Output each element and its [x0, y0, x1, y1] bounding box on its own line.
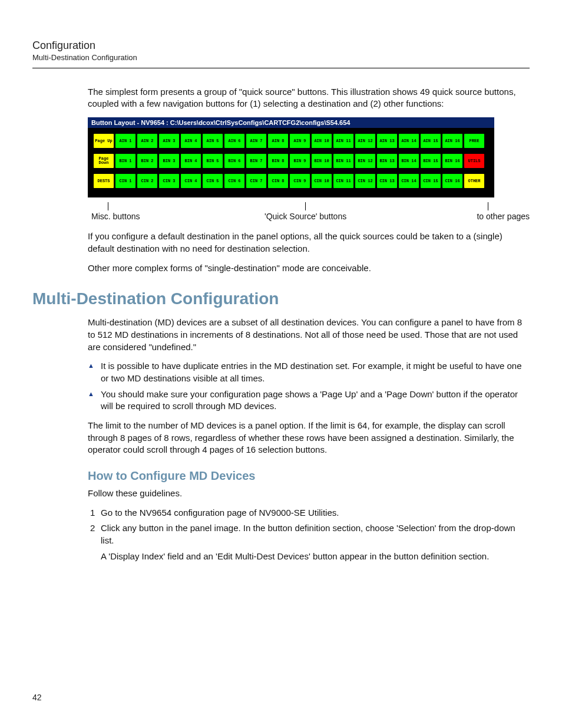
- panel-button[interactable]: AIN 10: [312, 134, 332, 148]
- button-row: Page UpAIN 1AIN 2AIN 3AIN 4AIN 5AIN 6AIN…: [94, 134, 488, 148]
- panel-button[interactable]: CIN 16: [442, 174, 462, 188]
- callout-other-label: to other pages: [477, 212, 530, 221]
- md-bullet-list: It is possible to have duplicate entries…: [88, 360, 524, 413]
- figure-callouts: Misc. buttons 'Quick Source' buttons to …: [88, 202, 494, 228]
- panel-button[interactable]: CIN 15: [421, 174, 441, 188]
- callout-other: to other pages: [477, 202, 530, 221]
- panel-button[interactable]: AIN 12: [355, 134, 375, 148]
- button-panel: Page UpAIN 1AIN 2AIN 3AIN 4AIN 5AIN 6AIN…: [88, 128, 494, 197]
- after-fig-p1: If you configure a default destination i…: [88, 230, 524, 255]
- document-page: Configuration Multi-Destination Configur…: [0, 0, 562, 726]
- panel-button[interactable]: BIN 4: [181, 154, 201, 168]
- panel-button[interactable]: AIN 13: [377, 134, 397, 148]
- panel-button[interactable]: AIN 8: [268, 134, 288, 148]
- intro-paragraph: The simplest form presents a group of "q…: [88, 86, 524, 110]
- panel-button[interactable]: AIN 3: [159, 134, 179, 148]
- page-number: 42: [32, 693, 530, 702]
- panel-button[interactable]: BIN 3: [159, 154, 179, 168]
- panel-button[interactable]: OTHER: [464, 174, 484, 188]
- callout-tick: [488, 202, 488, 210]
- panel-button[interactable]: CIN 6: [224, 174, 244, 188]
- panel-button[interactable]: BIN 8: [268, 154, 288, 168]
- panel-button[interactable]: DESTS: [94, 174, 114, 188]
- panel-button[interactable]: AIN 11: [333, 134, 353, 148]
- subsection-heading-how-to-configure: How to Configure MD Devices: [88, 469, 530, 483]
- panel-button[interactable]: CIN 13: [377, 174, 397, 188]
- panel-button[interactable]: CIN 12: [355, 174, 375, 188]
- button-row: DESTSCIN 1CIN 2CIN 3CIN 4CIN 5CIN 6CIN 7…: [94, 174, 488, 188]
- panel-button[interactable]: BIN 2: [137, 154, 157, 168]
- panel-button[interactable]: CIN 7: [246, 174, 266, 188]
- callout-tick: [108, 202, 108, 210]
- step-item: Click any button in the panel image. In …: [88, 522, 524, 562]
- panel-button[interactable]: BIN 5: [203, 154, 223, 168]
- configure-steps-list: Go to the NV9654 configuration page of N…: [88, 507, 524, 563]
- panel-button[interactable]: AIN 6: [224, 134, 244, 148]
- panel-button[interactable]: CIN 11: [333, 174, 353, 188]
- md-p2-text: The limit to the number of MD devices is…: [88, 420, 524, 456]
- panel-button[interactable]: Page Up: [94, 134, 114, 148]
- panel-button[interactable]: CIN 5: [203, 174, 223, 188]
- how-intro: Follow these guidelines.: [88, 487, 524, 500]
- panel-button[interactable]: AIN 9: [290, 134, 310, 148]
- panel-button[interactable]: AIN 4: [181, 134, 201, 148]
- running-header-title: Configuration: [32, 40, 530, 52]
- panel-button[interactable]: AIN 1: [115, 134, 135, 148]
- callout-quick: 'Quick Source' buttons: [265, 202, 346, 221]
- panel-button[interactable]: AIN 15: [421, 134, 441, 148]
- panel-button[interactable]: BIN 15: [421, 154, 441, 168]
- callout-quick-label: 'Quick Source' buttons: [265, 212, 346, 221]
- button-layout-figure: Button Layout - NV9654 : C:\Users\dcox\C…: [88, 117, 494, 197]
- panel-button[interactable]: BIN 13: [377, 154, 397, 168]
- section-heading-multi-destination: Multi-Destination Configuration: [32, 289, 530, 308]
- intro-text: The simplest form presents a group of "q…: [88, 86, 524, 110]
- panel-button[interactable]: CIN 3: [159, 174, 179, 188]
- running-header-subtitle: Multi-Destination Configuration: [32, 53, 530, 62]
- panel-button[interactable]: CIN 9: [290, 174, 310, 188]
- panel-button[interactable]: BIN 16: [442, 154, 462, 168]
- window-titlebar: Button Layout - NV9654 : C:\Users\dcox\C…: [88, 117, 494, 128]
- step-subtext: A 'Display Index' field and an 'Edit Mul…: [101, 551, 524, 563]
- panel-button[interactable]: AIN 5: [203, 134, 223, 148]
- callout-tick: [305, 202, 306, 210]
- after-fig-p2: Other more complex forms of "single-dest…: [88, 262, 524, 275]
- panel-button[interactable]: BIN 12: [355, 154, 375, 168]
- how-intro-text: Follow these guidelines.: [88, 487, 524, 500]
- callout-misc-label: Misc. buttons: [91, 212, 140, 221]
- callout-misc: Misc. buttons: [91, 202, 140, 221]
- panel-button[interactable]: UTILS: [464, 154, 484, 168]
- panel-button[interactable]: AIN 2: [137, 134, 157, 148]
- bullet-item: You should make sure your configuration …: [88, 388, 524, 413]
- panel-button[interactable]: BIN 1: [115, 154, 135, 168]
- md-p1-text: Multi-destination (MD) devices are a sub…: [88, 317, 524, 353]
- panel-button[interactable]: BIN 7: [246, 154, 266, 168]
- panel-button[interactable]: AIN 14: [399, 134, 419, 148]
- panel-button[interactable]: CIN 14: [399, 174, 419, 188]
- md-paragraph-2: The limit to the number of MD devices is…: [88, 420, 524, 456]
- panel-button[interactable]: CIN 4: [181, 174, 201, 188]
- md-paragraph-1: Multi-destination (MD) devices are a sub…: [88, 317, 524, 353]
- panel-button[interactable]: Page Down: [94, 154, 114, 168]
- panel-button[interactable]: AIN 16: [442, 134, 462, 148]
- panel-button[interactable]: BIN 10: [312, 154, 332, 168]
- panel-button[interactable]: AIN 7: [246, 134, 266, 148]
- panel-button[interactable]: BIN 14: [399, 154, 419, 168]
- after-figure-text: If you configure a default destination i…: [88, 230, 524, 274]
- panel-button[interactable]: CIN 2: [137, 174, 157, 188]
- header-rule: [32, 68, 530, 68]
- panel-button[interactable]: CIN 1: [115, 174, 135, 188]
- panel-button[interactable]: CIN 8: [268, 174, 288, 188]
- panel-button[interactable]: FREE: [464, 134, 484, 148]
- panel-button[interactable]: BIN 9: [290, 154, 310, 168]
- panel-button[interactable]: CIN 10: [312, 174, 332, 188]
- panel-button[interactable]: BIN 6: [224, 154, 244, 168]
- panel-button[interactable]: BIN 11: [333, 154, 353, 168]
- button-row: Page DownBIN 1BIN 2BIN 3BIN 4BIN 5BIN 6B…: [94, 154, 488, 168]
- step-item: Go to the NV9654 configuration page of N…: [88, 507, 524, 519]
- bullet-item: It is possible to have duplicate entries…: [88, 360, 524, 384]
